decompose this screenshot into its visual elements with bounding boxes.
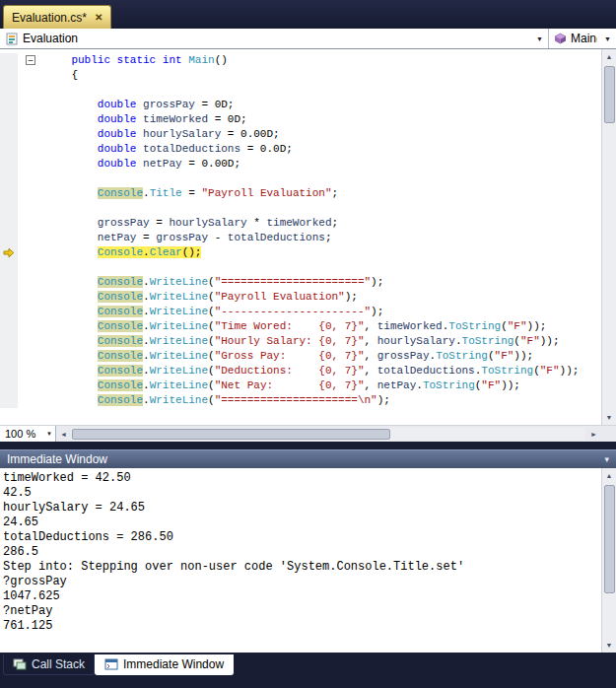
scrollbar-thumb[interactable] bbox=[604, 66, 615, 123]
code-line[interactable]: double netPay = 0.00D; bbox=[0, 157, 601, 172]
code-token: "Payroll Evaluation" bbox=[215, 291, 345, 303]
scroll-right-icon[interactable]: ► bbox=[586, 431, 601, 438]
immediate-line[interactable]: 761.125 bbox=[3, 619, 601, 634]
editor-horizontal-scrollbar[interactable]: ◄ ► bbox=[56, 426, 601, 442]
code-token: Console bbox=[98, 306, 143, 317]
code-line[interactable]: Console.WriteLine("=====================… bbox=[0, 275, 601, 290]
code-token: { bbox=[45, 69, 78, 81]
code-token: Console bbox=[98, 335, 143, 347]
code-line[interactable] bbox=[0, 83, 601, 98]
code-token: Title bbox=[150, 187, 182, 199]
code-token: Console bbox=[98, 365, 143, 377]
scroll-left-icon[interactable]: ◄ bbox=[56, 431, 71, 438]
code-line[interactable]: double timeWorked = 0D; bbox=[0, 112, 601, 127]
code-token: WriteLine bbox=[150, 365, 208, 377]
code-token bbox=[45, 246, 98, 258]
code-token: WriteLine bbox=[150, 320, 208, 332]
code-line[interactable]: double grossPay = 0D; bbox=[0, 98, 601, 112]
code-text: { bbox=[43, 68, 78, 83]
code-token: ); bbox=[371, 276, 383, 288]
fold-collapse-icon[interactable]: − bbox=[26, 55, 35, 65]
tab-call-stack[interactable]: Call Stack bbox=[3, 654, 95, 675]
scroll-down-icon[interactable]: ▼ bbox=[602, 410, 616, 425]
immediate-line[interactable]: 42.5 bbox=[3, 486, 601, 501]
code-line[interactable]: Console.WriteLine("Net Pay: {0, 7}", net… bbox=[0, 378, 601, 393]
code-line[interactable]: Console.WriteLine("---------------------… bbox=[0, 305, 601, 319]
code-line[interactable]: double hourlySalary = 0.00D; bbox=[0, 127, 601, 142]
type-dropdown[interactable]: Evaluation ▼ bbox=[0, 29, 549, 48]
code-token: () bbox=[215, 54, 228, 66]
code-line[interactable]: Console.Title = "Payroll Evaluation"; bbox=[0, 186, 601, 201]
indicator-margin bbox=[0, 127, 18, 142]
immediate-window-titlebar[interactable]: Immediate Window ▾ bbox=[0, 449, 616, 468]
immediate-line[interactable]: 24.65 bbox=[3, 516, 601, 530]
editor-vertical-scrollbar[interactable]: ▲ ▼ bbox=[601, 49, 616, 425]
immediate-vertical-scrollbar[interactable]: ▲ ▼ bbox=[601, 468, 616, 653]
code-token: "F" bbox=[508, 320, 527, 332]
code-editor[interactable]: − public static int Main() { double gros… bbox=[0, 49, 616, 425]
scrollbar-thumb[interactable] bbox=[72, 429, 390, 440]
code-token: WriteLine bbox=[150, 379, 208, 391]
immediate-line[interactable]: ?netPay bbox=[3, 604, 601, 619]
code-token: ( bbox=[208, 379, 215, 391]
code-token: public static int bbox=[71, 54, 188, 66]
window-menu-icon[interactable]: ▾ bbox=[604, 454, 609, 464]
tab-evaluation-cs[interactable]: Evaluation.cs* ✕ bbox=[3, 5, 111, 29]
code-line[interactable]: Console.WriteLine("Deductions: {0, 7}", … bbox=[0, 364, 601, 378]
code-line[interactable]: Console.WriteLine("Gross Pay: {0, 7}", g… bbox=[0, 349, 601, 364]
fold-margin bbox=[18, 305, 43, 319]
zoom-level: 100 % bbox=[5, 428, 46, 440]
indicator-margin bbox=[0, 378, 18, 393]
zoom-dropdown[interactable]: 100 % ▼ bbox=[0, 426, 56, 442]
scroll-up-icon[interactable]: ▲ bbox=[602, 49, 616, 64]
code-token: ; bbox=[331, 217, 338, 229]
scroll-down-icon[interactable]: ▼ bbox=[602, 638, 616, 653]
code-token: = 0D; bbox=[195, 99, 235, 110]
code-line[interactable] bbox=[0, 172, 601, 186]
tab-immediate-window[interactable]: Immediate Window bbox=[95, 654, 234, 675]
scroll-up-icon[interactable]: ▲ bbox=[602, 468, 616, 483]
immediate-line[interactable]: hourlySalary = 24.65 bbox=[3, 501, 601, 516]
code-line[interactable]: grossPay = hourlySalary * timeWorked; bbox=[0, 216, 601, 231]
fold-margin bbox=[18, 334, 43, 349]
code-line[interactable]: − public static int Main() bbox=[0, 53, 601, 68]
immediate-output[interactable]: timeWorked = 42.5042.5hourlySalary = 24.… bbox=[0, 468, 601, 653]
code-line[interactable]: double totalDeductions = 0.0D; bbox=[0, 142, 601, 157]
indicator-margin bbox=[0, 290, 18, 305]
scrollbar-thumb[interactable] bbox=[604, 485, 615, 593]
navigation-bar: Evaluation ▼ Main() ▼ bbox=[0, 29, 616, 49]
immediate-line[interactable]: Step into: Stepping over non-user code '… bbox=[3, 560, 601, 575]
window-splitter[interactable] bbox=[0, 442, 616, 449]
code-line[interactable] bbox=[0, 201, 601, 216]
immediate-line[interactable]: 1047.625 bbox=[3, 589, 601, 604]
immediate-line[interactable]: totalDeductions = 286.50 bbox=[3, 530, 601, 545]
code-token: hourlySalary bbox=[169, 217, 246, 229]
code-text: Console.WriteLine("=====================… bbox=[43, 275, 383, 290]
current-statement-arrow-icon[interactable] bbox=[0, 245, 18, 260]
code-text: Console.Clear(); bbox=[43, 245, 201, 260]
code-token: - bbox=[208, 232, 228, 243]
indicator-margin bbox=[0, 275, 18, 290]
code-area[interactable]: − public static int Main() { double gros… bbox=[0, 49, 601, 425]
member-dropdown[interactable]: Main() ▼ bbox=[549, 29, 616, 48]
code-line[interactable]: netPay = grossPay - totalDeductions; bbox=[0, 231, 601, 245]
fold-margin bbox=[18, 201, 43, 216]
close-icon[interactable]: ✕ bbox=[95, 12, 103, 23]
code-token: double bbox=[98, 113, 137, 125]
code-line[interactable]: Console.WriteLine("=====================… bbox=[0, 393, 601, 408]
code-line[interactable]: Console.WriteLine("Time Wored: {0, 7}", … bbox=[0, 319, 601, 334]
scrollbar-track[interactable] bbox=[72, 428, 585, 441]
code-line[interactable]: Console.Clear(); bbox=[0, 245, 601, 260]
immediate-line[interactable]: timeWorked = 42.50 bbox=[3, 471, 601, 486]
immediate-line[interactable]: ?grossPay bbox=[3, 575, 601, 589]
chevron-down-icon[interactable]: ▼ bbox=[533, 35, 546, 42]
code-line[interactable]: Console.WriteLine("Payroll Evaluation"); bbox=[0, 290, 601, 305]
code-line[interactable]: { bbox=[0, 68, 601, 83]
chevron-down-icon[interactable]: ▼ bbox=[46, 431, 52, 437]
code-line[interactable] bbox=[0, 260, 601, 275]
code-line[interactable]: Console.WriteLine("Hourly Salary: {0, 7}… bbox=[0, 334, 601, 349]
class-icon bbox=[5, 33, 19, 45]
chevron-down-icon[interactable]: ▼ bbox=[601, 35, 614, 42]
immediate-line[interactable]: 286.5 bbox=[3, 545, 601, 560]
code-token bbox=[45, 291, 98, 303]
